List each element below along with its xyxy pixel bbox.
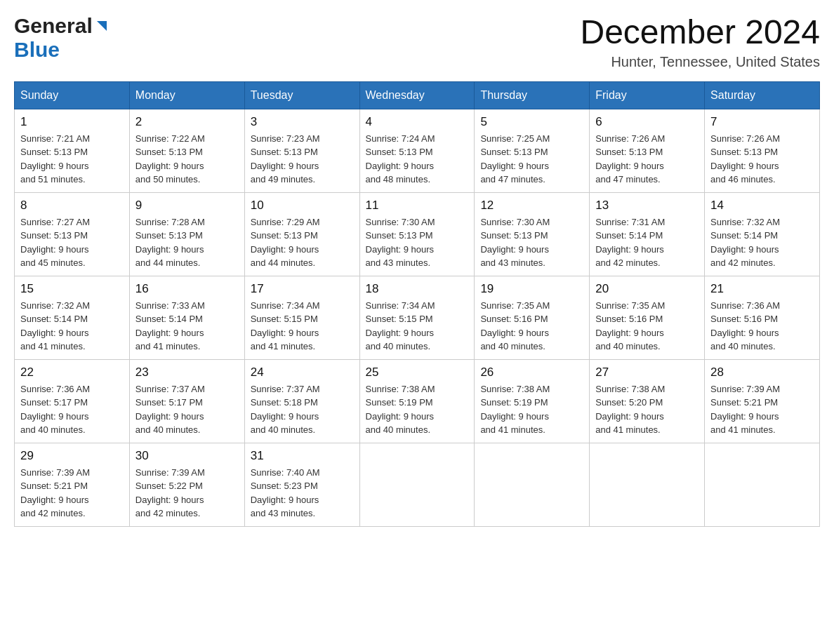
calendar-cell (705, 443, 820, 526)
day-info: Sunrise: 7:26 AMSunset: 5:13 PMDaylight:… (595, 132, 699, 187)
day-number: 10 (251, 199, 354, 213)
day-number: 12 (480, 199, 583, 213)
calendar-cell: 5Sunrise: 7:25 AMSunset: 5:13 PMDaylight… (475, 109, 590, 192)
calendar-cell: 1Sunrise: 7:21 AMSunset: 5:13 PMDaylight… (15, 109, 130, 192)
day-info: Sunrise: 7:29 AMSunset: 5:13 PMDaylight:… (251, 215, 354, 270)
day-info: Sunrise: 7:30 AMSunset: 5:13 PMDaylight:… (480, 215, 583, 270)
calendar-cell: 6Sunrise: 7:26 AMSunset: 5:13 PMDaylight… (590, 109, 705, 192)
calendar-cell: 13Sunrise: 7:31 AMSunset: 5:14 PMDayligh… (590, 192, 705, 276)
day-number: 29 (20, 449, 124, 463)
day-info: Sunrise: 7:31 AMSunset: 5:14 PMDaylight:… (595, 215, 699, 270)
logo: General Blue (14, 14, 110, 62)
day-number: 11 (366, 199, 469, 213)
calendar-header-row: SundayMondayTuesdayWednesdayThursdayFrid… (15, 81, 820, 109)
calendar-cell: 19Sunrise: 7:35 AMSunset: 5:16 PMDayligh… (475, 276, 590, 359)
calendar-cell: 14Sunrise: 7:32 AMSunset: 5:14 PMDayligh… (705, 192, 820, 276)
day-number: 21 (710, 282, 814, 296)
calendar-header-monday: Monday (129, 81, 244, 109)
day-info: Sunrise: 7:38 AMSunset: 5:20 PMDaylight:… (595, 382, 699, 437)
calendar-cell (359, 443, 475, 526)
calendar-cell: 29Sunrise: 7:39 AMSunset: 5:21 PMDayligh… (15, 443, 130, 526)
day-info: Sunrise: 7:35 AMSunset: 5:16 PMDaylight:… (595, 299, 699, 354)
day-info: Sunrise: 7:23 AMSunset: 5:13 PMDaylight:… (251, 132, 354, 187)
day-info: Sunrise: 7:39 AMSunset: 5:21 PMDaylight:… (710, 382, 814, 437)
calendar-cell: 31Sunrise: 7:40 AMSunset: 5:23 PMDayligh… (244, 443, 359, 526)
day-number: 5 (480, 115, 583, 129)
day-number: 7 (710, 115, 814, 129)
day-number: 4 (366, 115, 469, 129)
calendar-table: SundayMondayTuesdayWednesdayThursdayFrid… (14, 81, 820, 527)
calendar-header-saturday: Saturday (705, 81, 820, 109)
calendar-cell: 8Sunrise: 7:27 AMSunset: 5:13 PMDaylight… (15, 192, 130, 276)
calendar-cell: 3Sunrise: 7:23 AMSunset: 5:13 PMDaylight… (244, 109, 359, 192)
day-info: Sunrise: 7:32 AMSunset: 5:14 PMDaylight:… (20, 299, 124, 354)
day-info: Sunrise: 7:39 AMSunset: 5:21 PMDaylight:… (20, 466, 124, 521)
calendar-week-row: 8Sunrise: 7:27 AMSunset: 5:13 PMDaylight… (15, 192, 820, 276)
day-info: Sunrise: 7:28 AMSunset: 5:13 PMDaylight:… (135, 215, 239, 270)
calendar-cell (475, 443, 590, 526)
day-info: Sunrise: 7:38 AMSunset: 5:19 PMDaylight:… (366, 382, 469, 437)
day-number: 28 (710, 365, 814, 380)
calendar-cell (590, 443, 705, 526)
calendar-cell: 24Sunrise: 7:37 AMSunset: 5:18 PMDayligh… (244, 359, 359, 443)
calendar-week-row: 29Sunrise: 7:39 AMSunset: 5:21 PMDayligh… (15, 443, 820, 526)
day-info: Sunrise: 7:40 AMSunset: 5:23 PMDaylight:… (251, 466, 354, 521)
calendar-week-row: 22Sunrise: 7:36 AMSunset: 5:17 PMDayligh… (15, 359, 820, 443)
day-number: 22 (20, 365, 124, 380)
svg-marker-0 (97, 21, 107, 31)
logo-triangle-icon (94, 18, 110, 34)
day-info: Sunrise: 7:33 AMSunset: 5:14 PMDaylight:… (135, 299, 239, 354)
day-number: 20 (595, 282, 699, 296)
day-number: 30 (135, 449, 239, 463)
day-number: 15 (20, 282, 124, 296)
calendar-cell: 21Sunrise: 7:36 AMSunset: 5:16 PMDayligh… (705, 276, 820, 359)
day-number: 19 (480, 282, 583, 296)
title-block: December 2024 Hunter, Tennessee, United … (580, 14, 820, 70)
day-number: 3 (251, 115, 354, 129)
calendar-cell: 27Sunrise: 7:38 AMSunset: 5:20 PMDayligh… (590, 359, 705, 443)
day-info: Sunrise: 7:35 AMSunset: 5:16 PMDaylight:… (480, 299, 583, 354)
day-info: Sunrise: 7:21 AMSunset: 5:13 PMDaylight:… (20, 132, 124, 187)
logo-general-text: General (14, 14, 93, 38)
day-number: 18 (366, 282, 469, 296)
month-title: December 2024 (580, 14, 820, 51)
calendar-header-wednesday: Wednesday (359, 81, 475, 109)
day-number: 24 (251, 365, 354, 380)
day-info: Sunrise: 7:27 AMSunset: 5:13 PMDaylight:… (20, 215, 124, 270)
calendar-week-row: 15Sunrise: 7:32 AMSunset: 5:14 PMDayligh… (15, 276, 820, 359)
calendar-cell: 23Sunrise: 7:37 AMSunset: 5:17 PMDayligh… (129, 359, 244, 443)
day-info: Sunrise: 7:36 AMSunset: 5:17 PMDaylight:… (20, 382, 124, 437)
calendar-cell: 20Sunrise: 7:35 AMSunset: 5:16 PMDayligh… (590, 276, 705, 359)
day-number: 17 (251, 282, 354, 296)
day-number: 2 (135, 115, 239, 129)
calendar-cell: 2Sunrise: 7:22 AMSunset: 5:13 PMDaylight… (129, 109, 244, 192)
day-info: Sunrise: 7:25 AMSunset: 5:13 PMDaylight:… (480, 132, 583, 187)
calendar-header-thursday: Thursday (475, 81, 590, 109)
day-number: 9 (135, 199, 239, 213)
day-number: 26 (480, 365, 583, 380)
day-number: 13 (595, 199, 699, 213)
day-info: Sunrise: 7:30 AMSunset: 5:13 PMDaylight:… (366, 215, 469, 270)
day-number: 8 (20, 199, 124, 213)
calendar-cell: 12Sunrise: 7:30 AMSunset: 5:13 PMDayligh… (475, 192, 590, 276)
calendar-header-friday: Friday (590, 81, 705, 109)
calendar-cell: 16Sunrise: 7:33 AMSunset: 5:14 PMDayligh… (129, 276, 244, 359)
day-info: Sunrise: 7:34 AMSunset: 5:15 PMDaylight:… (366, 299, 469, 354)
day-number: 23 (135, 365, 239, 380)
day-number: 6 (595, 115, 699, 129)
calendar-cell: 11Sunrise: 7:30 AMSunset: 5:13 PMDayligh… (359, 192, 475, 276)
calendar-cell: 18Sunrise: 7:34 AMSunset: 5:15 PMDayligh… (359, 276, 475, 359)
calendar-cell: 22Sunrise: 7:36 AMSunset: 5:17 PMDayligh… (15, 359, 130, 443)
calendar-cell: 26Sunrise: 7:38 AMSunset: 5:19 PMDayligh… (475, 359, 590, 443)
calendar-cell: 9Sunrise: 7:28 AMSunset: 5:13 PMDaylight… (129, 192, 244, 276)
day-number: 25 (366, 365, 469, 380)
day-number: 14 (710, 199, 814, 213)
day-number: 31 (251, 449, 354, 463)
calendar-cell: 30Sunrise: 7:39 AMSunset: 5:22 PMDayligh… (129, 443, 244, 526)
calendar-cell: 15Sunrise: 7:32 AMSunset: 5:14 PMDayligh… (15, 276, 130, 359)
calendar-cell: 10Sunrise: 7:29 AMSunset: 5:13 PMDayligh… (244, 192, 359, 276)
calendar-week-row: 1Sunrise: 7:21 AMSunset: 5:13 PMDaylight… (15, 109, 820, 192)
day-info: Sunrise: 7:24 AMSunset: 5:13 PMDaylight:… (366, 132, 469, 187)
day-info: Sunrise: 7:26 AMSunset: 5:13 PMDaylight:… (710, 132, 814, 187)
day-info: Sunrise: 7:37 AMSunset: 5:18 PMDaylight:… (251, 382, 354, 437)
